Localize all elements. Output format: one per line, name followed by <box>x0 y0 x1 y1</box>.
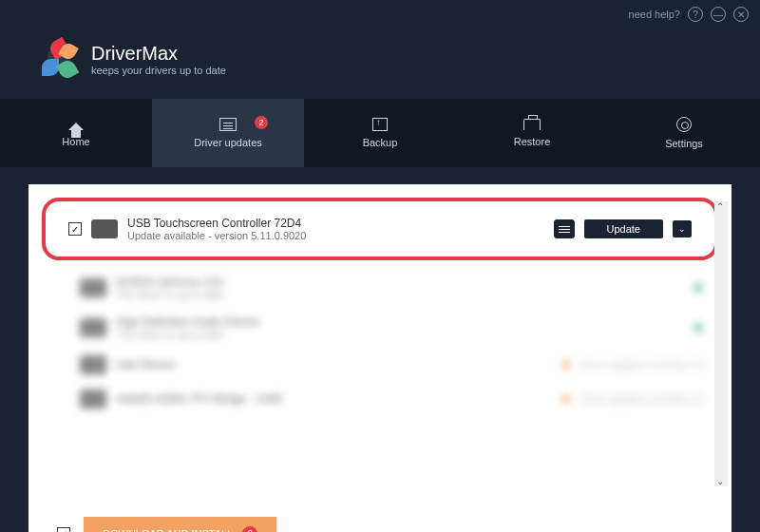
list-item: NVIDIA GeForce 210The driver is up-to-da… <box>46 268 714 308</box>
header: DriverMax keeps your drivers up to date <box>0 28 760 99</box>
list-item: High Definition Audio DeviceThe driver i… <box>46 308 714 348</box>
tab-label: Driver updates <box>194 137 262 148</box>
tab-label: Settings <box>665 138 703 149</box>
tab-settings[interactable]: Settings <box>608 99 760 167</box>
download-install-button[interactable]: DOWNLOAD AND INSTALL 2 <box>84 517 276 532</box>
tab-backup[interactable]: Backup <box>304 99 456 167</box>
status-dot <box>694 323 703 332</box>
driver-checkbox[interactable]: ✓ <box>68 222 82 236</box>
tab-label: Restore <box>514 136 551 147</box>
tab-label: Backup <box>363 137 398 148</box>
driver-meta: Driver updated on 03-Nov-16 <box>580 360 703 370</box>
highlighted-driver: ✓ USB Touchscreen Controller 72D4 Update… <box>42 198 718 260</box>
driver-status: The driver is up-to-date <box>116 329 678 340</box>
device-icon <box>80 355 106 374</box>
backup-icon <box>372 118 388 131</box>
driver-status: Update available - version 5.11.0.9020 <box>127 230 544 241</box>
list-item: Intel(R) 82801 PCI Bridge - 244E Driver … <box>46 382 714 416</box>
home-icon <box>68 115 84 130</box>
updates-badge: 2 <box>255 116 268 129</box>
driver-name: Intel(R) 82801 PCI Bridge - 244E <box>116 392 546 406</box>
device-icon <box>80 278 106 297</box>
select-all-checkbox[interactable]: ✓ <box>57 527 70 532</box>
help-link[interactable]: need help? <box>629 9 680 20</box>
minimize-button[interactable]: — <box>711 7 726 22</box>
tab-restore[interactable]: Restore <box>456 99 608 167</box>
status-dot <box>561 360 571 370</box>
device-icon <box>80 390 106 408</box>
status-dot <box>694 283 703 293</box>
update-dropdown[interactable]: ⌄ <box>673 220 692 238</box>
device-icon <box>91 219 118 238</box>
tab-driver-updates[interactable]: Driver updates 2 <box>152 99 304 167</box>
driver-status: The driver is up-to-date <box>116 289 678 300</box>
install-badge: 2 <box>242 526 257 532</box>
details-button[interactable] <box>554 219 575 238</box>
tab-bar: Home Driver updates 2 Backup Restore Set… <box>0 99 760 167</box>
driver-name: NVIDIA GeForce 210 <box>116 276 678 289</box>
list-item: Intel Device Driver updated on 03-Nov-16 <box>46 348 714 382</box>
app-name: DriverMax <box>91 43 226 65</box>
gear-icon <box>676 117 692 132</box>
update-button[interactable]: Update <box>584 219 663 238</box>
app-tagline: keeps your drivers up to date <box>91 65 226 76</box>
device-icon <box>80 318 106 337</box>
scrollbar[interactable] <box>714 201 728 486</box>
driver-meta: Driver updated on 03-Nov-16 <box>580 394 703 405</box>
close-button[interactable]: ✕ <box>733 7 749 22</box>
install-label: DOWNLOAD AND INSTALL <box>103 528 233 532</box>
driver-name: USB Touchscreen Controller 72D4 <box>127 217 544 230</box>
folder-icon <box>523 119 541 130</box>
help-icon[interactable]: ? <box>688 7 703 22</box>
tab-home[interactable]: Home <box>0 99 152 167</box>
list-icon <box>219 118 237 131</box>
driver-list: ✓ USB Touchscreen Controller 72D4 Update… <box>28 184 732 507</box>
driver-name: Intel Device <box>116 358 546 371</box>
status-dot <box>561 394 571 404</box>
app-logo <box>38 38 80 80</box>
driver-name: High Definition Audio Device <box>116 315 678 329</box>
